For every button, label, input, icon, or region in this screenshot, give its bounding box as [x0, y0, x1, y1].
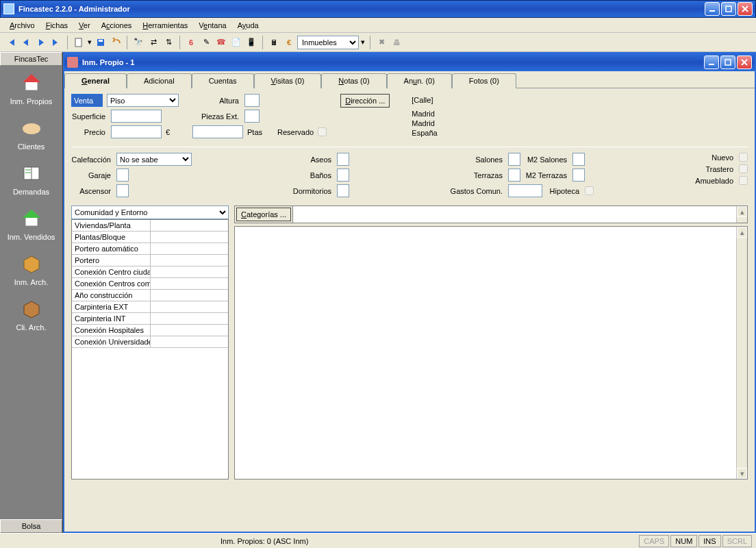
- tab-visitas[interactable]: Visitas (0): [254, 73, 322, 88]
- cal-icon[interactable]: 6: [184, 36, 198, 49]
- scroll-up-icon[interactable]: ▴: [737, 227, 747, 238]
- trastero-checkbox[interactable]: [739, 164, 748, 173]
- catbox-scrollbar[interactable]: ▴: [736, 206, 747, 223]
- proplist-category-select[interactable]: Comunidad y Entorno: [71, 206, 229, 219]
- piezas-input[interactable]: [244, 110, 260, 123]
- tab-notas[interactable]: Notas (0): [321, 73, 386, 88]
- superficie-input[interactable]: [111, 110, 162, 123]
- sidebar-item-demandas[interactable]: Demandas: [0, 156, 62, 201]
- sort-icon[interactable]: ⇅: [162, 36, 175, 49]
- tab-fotos[interactable]: Fotos (0): [452, 73, 516, 88]
- notes-scrollbar[interactable]: ▴ ▾: [736, 227, 747, 479]
- child-close-button[interactable]: [737, 55, 752, 69]
- garaje-input[interactable]: [116, 169, 129, 182]
- salones-input[interactable]: [508, 153, 520, 166]
- precio-eur-input[interactable]: [111, 125, 162, 138]
- binoculars-icon[interactable]: 🔭: [131, 36, 145, 49]
- sidebar-item-cli-arch[interactable]: Cli. Arch.: [0, 292, 62, 337]
- nav-prev-icon[interactable]: [19, 36, 33, 49]
- proplist-row[interactable]: Conexión Hospitales: [72, 325, 228, 336]
- undo-icon[interactable]: [109, 36, 123, 49]
- tab-cuentas[interactable]: Cuentas: [192, 73, 254, 88]
- ascensor-input[interactable]: [116, 184, 129, 197]
- save-icon[interactable]: [94, 36, 108, 49]
- tab-adicional[interactable]: Adicional: [127, 73, 192, 88]
- print-icon[interactable]: 🖶: [390, 36, 403, 49]
- altura-input[interactable]: [244, 94, 260, 107]
- delete-icon[interactable]: ✖: [375, 36, 388, 49]
- gastos-input[interactable]: [508, 184, 542, 197]
- proplist-table[interactable]: Viviendas/PlantaPlantas/BloquePortero au…: [71, 219, 229, 480]
- euro-icon[interactable]: €: [282, 36, 296, 49]
- proplist-row[interactable]: Año construcción: [72, 290, 228, 301]
- m2salones-input[interactable]: [572, 153, 585, 166]
- menu-acciones[interactable]: Acciones: [96, 20, 138, 31]
- aseos-input[interactable]: [337, 153, 349, 166]
- swap-icon[interactable]: ⇄: [147, 36, 160, 49]
- nav-first-icon[interactable]: [4, 36, 18, 49]
- precio-ptas-input[interactable]: [192, 125, 243, 138]
- child-title: Inm. Propio - 1: [82, 58, 704, 66]
- banos-input[interactable]: [337, 169, 349, 182]
- proplist-row[interactable]: Conexión Universidades: [72, 336, 228, 348]
- sidebar-footer[interactable]: Bolsa: [0, 519, 62, 533]
- proplist-row[interactable]: Conexión Centro ciudad: [72, 266, 228, 278]
- proplist-row[interactable]: Carpinteria EXT: [72, 301, 228, 313]
- m2terrazas-input[interactable]: [572, 169, 585, 182]
- tab-general[interactable]: General: [64, 73, 127, 88]
- menu-archivo[interactable]: Archivo: [4, 20, 40, 31]
- nuevo-label: Nuevo: [694, 153, 735, 162]
- hipoteca-checkbox[interactable]: [585, 186, 594, 195]
- terrazas-input[interactable]: [508, 169, 520, 182]
- menu-ventana[interactable]: Ventana: [193, 20, 231, 31]
- scroll-down-icon[interactable]: ▾: [737, 468, 747, 479]
- minimize-button[interactable]: [705, 2, 720, 16]
- edit-icon[interactable]: ✎: [199, 36, 213, 49]
- tab-content: Piso Superficie Precio €: [64, 88, 755, 532]
- menu-herramientas[interactable]: Herramientas: [137, 20, 193, 31]
- tab-anun[interactable]: Anun. (0): [387, 73, 452, 88]
- nuevo-checkbox[interactable]: [739, 153, 748, 162]
- proplist-row[interactable]: Portero: [72, 255, 228, 266]
- calc-icon[interactable]: 🖩: [267, 36, 281, 49]
- nav-last-icon[interactable]: [49, 36, 63, 49]
- proplist-row[interactable]: Plantas/Bloque: [72, 232, 228, 243]
- doc-icon[interactable]: 📄: [229, 36, 243, 49]
- toolbar-combo[interactable]: Inmuebles: [297, 36, 359, 49]
- maximize-button[interactable]: [721, 2, 736, 16]
- euro-symbol: €: [166, 128, 170, 136]
- venta-input[interactable]: [71, 94, 103, 107]
- new-dropdown-icon[interactable]: ▾: [87, 36, 92, 49]
- new-icon[interactable]: [72, 36, 86, 49]
- calefaccion-select[interactable]: No se sabe: [116, 153, 192, 166]
- nav-next-icon[interactable]: [34, 36, 48, 49]
- proplist-row[interactable]: Conexión Centros com: [72, 278, 228, 290]
- child-maximize-button[interactable]: [720, 55, 735, 69]
- phone-icon[interactable]: ☎: [214, 36, 228, 49]
- close-button[interactable]: [738, 2, 753, 16]
- proplist-row[interactable]: Viviendas/Planta: [72, 220, 228, 232]
- sidebar-item-inm-arch[interactable]: Inm. Arch.: [0, 247, 62, 292]
- dormitorios-input[interactable]: [337, 184, 349, 197]
- menu-ver[interactable]: Ver: [73, 20, 96, 31]
- trastero-label: Trastero: [694, 165, 735, 173]
- proplist-row[interactable]: Carpinteria INT: [72, 313, 228, 325]
- mobile-icon[interactable]: 📱: [244, 36, 258, 49]
- child-minimize-button[interactable]: [704, 55, 719, 69]
- categorias-button[interactable]: Categorías ...: [236, 208, 291, 221]
- reservado-checkbox[interactable]: [318, 127, 327, 136]
- sidebar: FincasTec Inm. Propios Clientes Demandas…: [0, 52, 63, 533]
- menu-fichas[interactable]: Fichas: [40, 20, 73, 31]
- tipo-select[interactable]: Piso: [107, 94, 179, 107]
- menu-ayuda[interactable]: Ayuda: [232, 20, 264, 31]
- amueblado-checkbox[interactable]: [739, 176, 748, 185]
- combo-dropdown-icon[interactable]: ▾: [360, 36, 366, 49]
- tabs: General Adicional Cuentas Visitas (0) No…: [64, 71, 755, 88]
- proplist-row[interactable]: Portero automático: [72, 243, 228, 255]
- sidebar-header[interactable]: FincasTec: [0, 52, 62, 66]
- direccion-button[interactable]: Dirección ...: [340, 94, 390, 108]
- sidebar-item-inm-vendidos[interactable]: Inm. Vendidos: [0, 201, 62, 247]
- sidebar-item-clientes[interactable]: Clientes: [0, 111, 62, 156]
- notes-box[interactable]: ▴ ▾: [234, 226, 748, 480]
- sidebar-item-inm-propios[interactable]: Inm. Propios: [0, 66, 62, 111]
